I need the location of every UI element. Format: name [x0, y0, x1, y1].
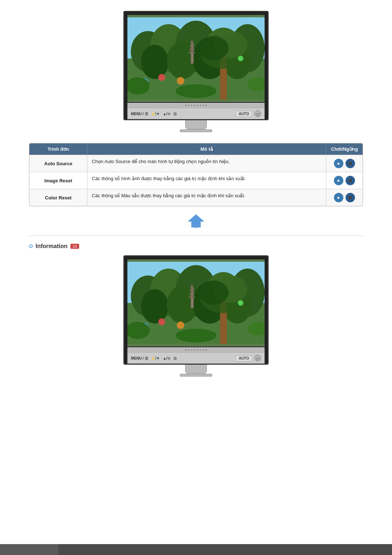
svg-marker-27	[188, 214, 204, 227]
ctrl-dot	[200, 349, 201, 351]
nav-arrows-2: ⚡/▼	[151, 356, 160, 360]
row-name-color-reset: Color Reset	[29, 189, 87, 206]
row-desc-color-reset: Các thông số Màu sắc được thay bằng các …	[87, 189, 326, 206]
garden-scene-2	[127, 259, 265, 347]
stop-button-color-reset[interactable]	[346, 193, 355, 202]
ctrl-dot	[194, 105, 195, 106]
ctrl-dot	[188, 105, 189, 106]
col-header-menu: Trình đơn	[29, 143, 87, 155]
up-button[interactable]: UP	[187, 214, 205, 228]
info-badge: 10	[70, 244, 79, 249]
monitor-bottom-left: MENU / ☰ ⚡/▼ ▲/☆ ⊡	[131, 112, 176, 116]
brightness-label[interactable]: ▲/☆	[163, 112, 171, 116]
table-row: Image Reset Các thông số hình ảnh được t…	[29, 172, 363, 189]
monitor-bottom-1: MENU / ☰ ⚡/▼ ▲/☆ ⊡ AUTO ⏻	[127, 108, 265, 119]
nav-arrows: ⚡/▼	[151, 112, 160, 116]
col-header-desc: Mô tả	[87, 143, 326, 155]
play-button-auto-source[interactable]	[334, 159, 343, 168]
stop-button-auto-source[interactable]	[346, 159, 355, 168]
svg-point-55	[175, 329, 216, 343]
table-row: Color Reset Các thông số Màu sắc được th…	[29, 189, 363, 206]
ctrl-dot	[191, 105, 192, 106]
monitor-controls-bar-1	[127, 103, 265, 108]
monitor-stand-1	[185, 120, 207, 129]
svg-point-50	[158, 319, 165, 325]
row-name-image-reset: Image Reset	[29, 172, 87, 189]
monitor-screen-2	[127, 259, 265, 347]
svg-point-21	[158, 74, 165, 81]
ctrl-dot	[194, 349, 195, 351]
picture-icon: ⊡	[173, 112, 176, 116]
monitor-section-1: MENU / ☰ ⚡/▼ ▲/☆ ⊡ AUTO ⏻	[29, 11, 363, 132]
row-desc-image-reset: Các thông số hình ảnh được thay bằng các…	[87, 172, 326, 189]
monitor-controls-bar-2	[127, 347, 265, 352]
ctrl-dot	[197, 105, 198, 106]
monitor-section-2: MENU / ☰ ⚡/▼ ▲/☆ ⊡ AUTO ⏻	[29, 255, 363, 377]
svg-point-51	[177, 321, 184, 329]
row-actions-auto-source	[326, 155, 363, 172]
power-button-2[interactable]: ⏻	[254, 355, 261, 361]
svg-point-36	[141, 289, 169, 324]
info-dot-icon	[29, 244, 33, 248]
col-header-action: Chơi/Ngừng	[326, 143, 363, 155]
menu-label[interactable]: MENU / ☰	[131, 112, 148, 116]
ctrl-dot	[203, 105, 204, 106]
garden-scene-1	[127, 15, 265, 102]
monitor-outer-1: MENU / ☰ ⚡/▼ ▲/☆ ⊡ AUTO ⏻	[123, 11, 269, 120]
section-divider	[29, 235, 363, 236]
picture-icon-2: ⊡	[173, 356, 176, 360]
monitor-base-2	[180, 374, 212, 377]
auto-button-2[interactable]: AUTO	[236, 355, 252, 361]
info-title: Information	[36, 243, 68, 250]
ctrl-dot	[205, 349, 207, 351]
ctrl-dot	[205, 105, 207, 106]
menu-label-2[interactable]: MENU / ☰	[131, 356, 148, 360]
monitor-base-1	[180, 129, 212, 132]
svg-point-19	[198, 36, 229, 60]
svg-text:UP: UP	[194, 226, 199, 228]
stop-button-image-reset[interactable]	[346, 176, 355, 185]
table-row: Auto Source Chọn Auto Source để cho màn …	[29, 155, 363, 172]
footer-bar-left	[0, 544, 58, 555]
information-section: Information 10	[29, 243, 363, 377]
svg-point-26	[175, 84, 216, 98]
ctrl-dot	[197, 349, 198, 351]
power-button[interactable]: ⏻	[254, 110, 261, 117]
svg-point-22	[177, 77, 184, 85]
row-actions-image-reset	[326, 172, 363, 189]
monitor-bottom-2: MENU / ☰ ⚡/▼ ▲/☆ ⊡ AUTO ⏻	[127, 352, 265, 364]
play-button-color-reset[interactable]	[334, 193, 343, 202]
ctrl-dot	[203, 349, 204, 351]
svg-point-7	[141, 45, 169, 79]
up-arrow-icon: UP	[187, 214, 205, 228]
auto-button[interactable]: AUTO	[236, 111, 252, 117]
ctrl-dot	[188, 349, 189, 351]
svg-point-52	[238, 300, 243, 305]
svg-point-23	[238, 56, 243, 61]
ctrl-dot	[200, 105, 201, 106]
monitor-outer-2: MENU / ☰ ⚡/▼ ▲/☆ ⊡ AUTO ⏻	[123, 255, 269, 365]
table-header: Trình đơn Mô tả Chơi/Ngừng	[29, 143, 363, 155]
monitor-bottom-right-2: AUTO ⏻	[236, 355, 261, 361]
ctrl-dot	[191, 349, 192, 351]
monitor-screen-1	[127, 15, 265, 102]
play-button-image-reset[interactable]	[334, 176, 343, 185]
row-name-auto-source: Auto Source	[29, 155, 87, 172]
brightness-label-2[interactable]: ▲/☆	[163, 356, 171, 360]
svg-point-48	[198, 281, 229, 305]
monitor-stand-2	[185, 365, 207, 374]
menu-table: Trình đơn Mô tả Chơi/Ngừng Auto Source C…	[29, 143, 363, 206]
ctrl-dot	[185, 349, 187, 351]
row-actions-color-reset	[326, 189, 363, 206]
monitor-bottom-right: AUTO ⏻	[236, 110, 261, 117]
up-section: UP	[29, 214, 363, 228]
ctrl-dot	[185, 105, 187, 106]
info-header: Information 10	[29, 243, 363, 250]
footer-bar	[0, 544, 392, 555]
monitor-bottom-left-2: MENU / ☰ ⚡/▼ ▲/☆ ⊡	[131, 356, 176, 360]
row-desc-auto-source: Chọn Auto Source để cho màn hình tự động…	[87, 155, 326, 172]
